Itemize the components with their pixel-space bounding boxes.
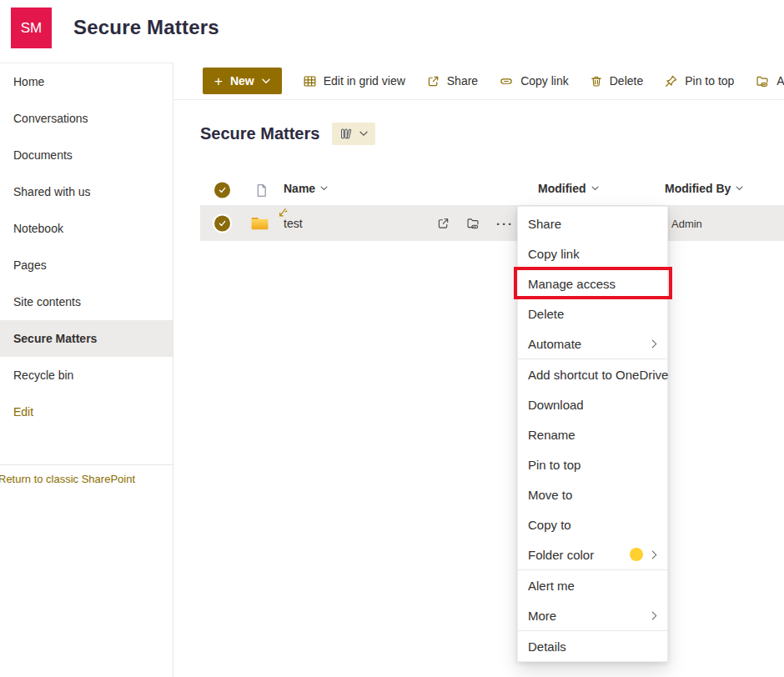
menu-item-manage-access[interactable]: Manage access <box>518 268 667 298</box>
copy-link-icon <box>499 74 514 88</box>
edit-in-grid-view-button[interactable]: Edit in grid view <box>303 74 405 88</box>
chevron-right-icon <box>651 339 657 349</box>
sidebar-item-conversations[interactable]: Conversations <box>0 100 173 137</box>
trash-icon <box>590 74 603 88</box>
page-head: Secure Matters <box>200 123 375 145</box>
site-logo[interactable]: SM <box>11 8 52 48</box>
menu-item-download[interactable]: Download <box>518 389 667 419</box>
chevron-right-icon <box>651 550 657 559</box>
sidebar-item-edit[interactable]: Edit <box>0 394 173 430</box>
menu-item-delete[interactable]: Delete <box>518 298 667 328</box>
sidebar-nav: Home Conversations Documents Shared with… <box>0 63 173 677</box>
delete-button[interactable]: Delete <box>590 74 643 88</box>
menu-item-pin-to-top[interactable]: Pin to top <box>518 449 667 479</box>
sidebar-item-home[interactable]: Home <box>0 63 173 100</box>
row-share-icon[interactable] <box>436 216 450 230</box>
menu-item-folder-color[interactable]: Folder color <box>518 539 667 569</box>
return-to-classic-link[interactable]: Return to classic SharePoint <box>0 473 173 485</box>
folder-icon <box>250 215 269 231</box>
check-circle-icon <box>214 215 230 231</box>
row-add-shortcut-icon[interactable] <box>465 216 480 230</box>
menu-item-move-to[interactable]: Move to <box>518 479 667 509</box>
menu-item-share[interactable]: Share <box>518 208 667 238</box>
file-type-column-icon[interactable] <box>255 183 268 198</box>
view-selector-button[interactable] <box>332 123 375 145</box>
sidebar-item-secure-matters[interactable]: Secure Matters <box>0 320 173 357</box>
pin-to-top-button[interactable]: Pin to top <box>664 74 734 88</box>
toolbar-item-label: Add <box>776 74 784 88</box>
toolbar-item-label: Delete <box>610 74 643 88</box>
row-more-actions-icon[interactable]: ··· <box>496 216 514 230</box>
view-columns-icon <box>339 127 354 141</box>
menu-item-details[interactable]: Details <box>518 631 667 661</box>
check-circle-icon <box>214 183 230 198</box>
copy-link-button[interactable]: Copy link <box>499 74 569 88</box>
file-name[interactable]: test <box>284 217 303 230</box>
sidebar-item-pages[interactable]: Pages <box>0 247 173 283</box>
context-menu: Share Copy link Manage access Delete Aut… <box>517 206 668 662</box>
sidebar-item-shared-with-us[interactable]: Shared with us <box>0 173 173 210</box>
column-header-name[interactable]: Name <box>284 182 328 195</box>
main-content: + New Edit in grid view Share Copy link <box>173 63 784 677</box>
column-header-modified[interactable]: Modified <box>538 182 599 195</box>
sidebar-item-documents[interactable]: Documents <box>0 137 173 173</box>
share-icon <box>426 74 440 88</box>
folder-color-dot <box>630 548 643 561</box>
menu-item-more[interactable]: More <box>518 600 667 630</box>
chevron-down-icon <box>359 131 368 137</box>
menu-item-alert-me[interactable]: Alert me <box>518 570 667 600</box>
add-shortcut-button[interactable]: Add <box>755 74 784 88</box>
menu-item-add-shortcut-to-onedrive[interactable]: Add shortcut to OneDrive <box>518 359 667 389</box>
sidebar-item-site-contents[interactable]: Site contents <box>0 283 173 320</box>
chevron-down-icon <box>736 186 743 191</box>
menu-item-copy-to[interactable]: Copy to <box>518 509 667 539</box>
sidebar-item-recycle-bin[interactable]: Recycle bin <box>0 357 173 394</box>
sidebar-divider <box>0 464 173 465</box>
pin-icon <box>664 74 678 88</box>
grid-icon <box>303 74 317 88</box>
toolbar-item-label: Copy link <box>520 74 569 88</box>
command-bar: + New Edit in grid view Share Copy link <box>173 63 784 100</box>
chevron-down-icon <box>262 78 270 84</box>
menu-item-automate[interactable]: Automate <box>518 328 667 359</box>
select-all-checkbox[interactable] <box>214 183 230 198</box>
row-checkbox[interactable] <box>214 215 230 231</box>
toolbar-item-label: Share <box>447 74 478 88</box>
toolbar-item-label: Pin to top <box>685 74 734 88</box>
column-header-modified-by[interactable]: Modified By <box>665 182 743 195</box>
new-button-label: New <box>230 74 254 88</box>
site-title: Secure Matters <box>73 16 219 39</box>
plus-icon: + <box>214 74 223 88</box>
document-icon <box>255 183 268 198</box>
table-header: Name Modified Modified By <box>173 175 784 205</box>
chevron-right-icon <box>651 611 657 620</box>
page-title: Secure Matters <box>200 124 319 143</box>
share-button[interactable]: Share <box>426 74 478 88</box>
toolbar-item-label: Edit in grid view <box>324 74 405 88</box>
chevron-down-icon <box>320 186 328 191</box>
folder-link-icon <box>755 74 770 88</box>
app-header: SM Secure Matters <box>0 0 784 63</box>
menu-item-copy-link[interactable]: Copy link <box>518 238 667 268</box>
chevron-down-icon <box>591 186 599 191</box>
sidebar-item-notebook[interactable]: Notebook <box>0 210 173 247</box>
menu-item-rename[interactable]: Rename <box>518 419 667 449</box>
table-row[interactable]: test ··· Admin <box>200 205 784 241</box>
modified-by-value: Admin <box>671 217 702 229</box>
new-button[interactable]: + New <box>203 68 282 94</box>
